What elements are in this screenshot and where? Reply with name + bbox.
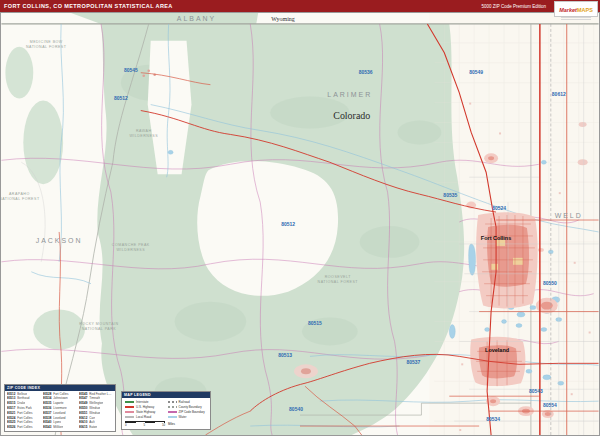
- zip-code: 80526: [7, 425, 15, 430]
- logo-text: MarketMAPS: [559, 0, 593, 16]
- zip-labels-item: 80540: [289, 407, 303, 412]
- area-labels-item: MEDICINE BOW: [30, 40, 63, 44]
- county-labels-item: JACKSON: [36, 237, 83, 244]
- edition-label: 5000 ZIP Code Premium Edition: [482, 4, 546, 9]
- zip-labels-item: 80543: [529, 389, 543, 394]
- zip-col: 80528Fort Collins80534Johnstown80535Lapo…: [42, 392, 78, 430]
- scale-tick: 0: [125, 423, 127, 427]
- legend-label: Interstate: [136, 400, 149, 404]
- brand-logo: MarketMAPS: [554, 1, 598, 17]
- legend-swatch: [125, 406, 134, 408]
- legend-label: Railroad: [179, 400, 190, 404]
- area-labels-item: WILDERNESS: [116, 248, 145, 252]
- map-legend: MAP LEGEND InterstateU.S. HighwayState H…: [121, 391, 211, 431]
- zip-col: 80545Red Feather Lakes80547Timnath80549W…: [78, 392, 114, 430]
- county-labels-item: LARIMER: [327, 91, 372, 98]
- logo-address-lines: [561, 16, 591, 20]
- legend-label: State Highway: [136, 410, 155, 414]
- zip-labels-item: 80513: [278, 353, 292, 358]
- header-bar: FORT COLLINS, CO METROPOLITAN STATISTICA…: [0, 0, 600, 12]
- zip-table-row: 80615Eaton: [79, 425, 113, 430]
- place-labels-item: Loveland: [485, 347, 509, 353]
- legend-label: ZIP Code Boundary: [179, 410, 205, 414]
- map-title: FORT COLLINS, CO METROPOLITAN STATISTICA…: [4, 3, 173, 9]
- zip-table-row: 80526Fort Collins: [7, 425, 41, 430]
- scale-tick: 5: [143, 423, 145, 427]
- legend-label: Water: [179, 415, 187, 419]
- scale-ticks: 0510: [125, 423, 165, 427]
- state-labels-item: Colorado: [333, 110, 370, 121]
- zip-labels-item: 80612: [552, 92, 566, 97]
- area-labels-item: ARAPAHO: [9, 192, 30, 196]
- area-labels-item: COMANCHE PEAK: [112, 243, 150, 247]
- area-labels-item: RAWAH: [136, 129, 152, 133]
- logo-word-maps: MAPS: [577, 7, 593, 13]
- zip-labels-item: 80515: [308, 321, 322, 326]
- legend-swatch: [168, 416, 177, 418]
- area-labels-item: ROOSEVELT: [325, 275, 351, 279]
- legend-swatch: [168, 411, 177, 413]
- place-labels-item: Fort Collins: [481, 235, 511, 241]
- map-canvas: MEDICINE BOWNATIONAL FORESTRAWAHWILDERNE…: [0, 12, 600, 436]
- area-labels-item: ROCKY MOUNTAIN: [79, 322, 118, 326]
- scale-bar: 0510 Miles: [122, 420, 210, 430]
- zip-labels-item: 80549: [469, 70, 483, 75]
- zip-table-body: 80512Bellvue80513Berthoud80515Drake80517…: [5, 391, 115, 431]
- state-labels-item: Wyoming: [271, 16, 295, 22]
- legend-swatch: [125, 416, 134, 418]
- map-page: FORT COLLINS, CO METROPOLITAN STATISTICA…: [0, 0, 600, 436]
- legend-label: County Boundary: [179, 405, 202, 409]
- legend-label: Local Road: [136, 415, 151, 419]
- map-svg: MEDICINE BOWNATIONAL FORESTRAWAHWILDERNE…: [1, 13, 599, 435]
- zip-labels-item: 80545: [124, 68, 138, 73]
- zip-code: 80543: [43, 425, 51, 430]
- area-labels-item: WILDERNESS: [129, 134, 158, 138]
- zip-labels-item: 80554: [543, 403, 557, 408]
- scale-unit: Miles: [168, 422, 175, 427]
- legend-swatch: [168, 406, 177, 408]
- legend-swatch: [168, 401, 177, 403]
- zip-code: 80615: [79, 425, 87, 430]
- zip-labels-item: 80512: [114, 96, 128, 101]
- logo-word-market: Market: [559, 7, 577, 13]
- county-labels-item: ALBANY: [177, 15, 216, 22]
- zip-labels-item: 80535: [443, 193, 457, 198]
- zip-labels-item: 80524: [492, 206, 506, 211]
- area-labels-item: NATIONAL FOREST: [26, 45, 67, 49]
- zip-labels-item: 80550: [543, 281, 557, 286]
- zip-labels-item: 80534: [486, 417, 500, 422]
- legend-swatch: [125, 411, 134, 413]
- zip-table-row: 80543Milliken: [43, 425, 77, 430]
- legend-label: U.S. Highway: [136, 405, 154, 409]
- area-labels-item: NATIONAL FOREST: [318, 280, 359, 284]
- area-labels-item: NATIONAL PARK: [82, 327, 117, 331]
- zip-name: Milliken: [53, 425, 63, 430]
- zip-labels-item: 80536: [359, 70, 373, 75]
- legend-swatch: [125, 401, 134, 403]
- zip-labels-item: 80537: [407, 360, 421, 365]
- county-labels-item: WELD: [555, 212, 583, 219]
- legend-items: InterstateU.S. HighwayState HighwayLocal…: [122, 398, 210, 420]
- zip-name: Fort Collins: [17, 425, 32, 430]
- zip-col: 80512Bellvue80513Berthoud80515Drake80517…: [6, 392, 42, 430]
- scale-wrap: 0510: [125, 421, 165, 428]
- scale-tick: 10: [162, 423, 165, 427]
- zip-table: ZIP CODE INDEX 80512Bellvue80513Berthoud…: [4, 384, 116, 432]
- area-labels-item: NATIONAL FOREST: [1, 197, 40, 201]
- zip-labels-item: 80512: [281, 222, 295, 227]
- zip-name: Eaton: [89, 425, 97, 430]
